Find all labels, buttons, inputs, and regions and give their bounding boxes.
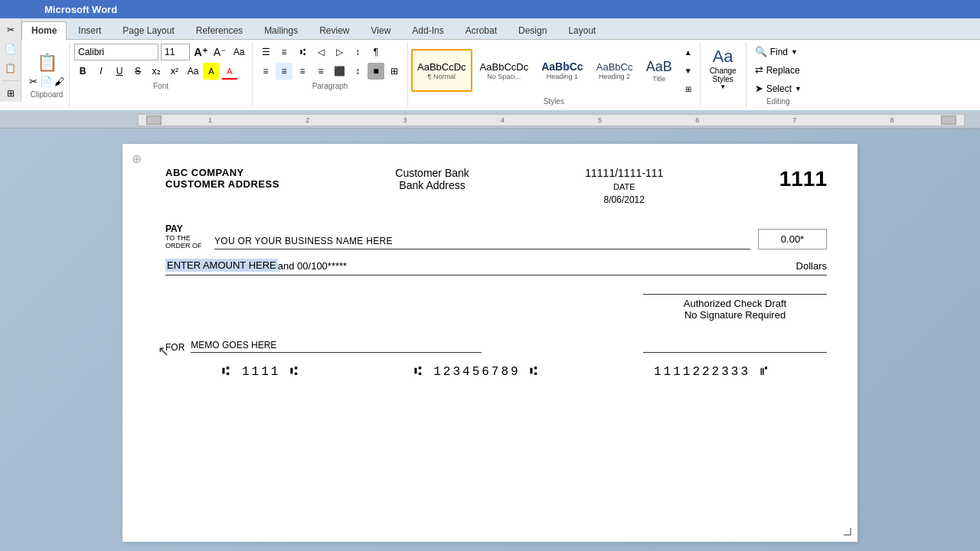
subscript-button[interactable]: x₂ <box>148 63 165 80</box>
copy-icon[interactable]: 📄 <box>40 76 52 87</box>
check-number: 1111 <box>779 167 827 191</box>
decrease-indent-button[interactable]: ◁ <box>312 44 329 60</box>
company-info: ABC COMPANY CUSTOMER ADDRESS <box>165 167 279 190</box>
style-no-spacing[interactable]: AaBbCcDc No Spaci... <box>475 49 534 92</box>
bank-info: Customer Bank Bank Address <box>395 167 469 191</box>
tab-add-ins[interactable]: Add-Ins <box>402 21 453 39</box>
authorized-section: Authorized Check Draft No Signature Requ… <box>165 294 827 321</box>
find-button[interactable]: 🔍 Find ▼ <box>751 44 805 60</box>
bold-button[interactable]: B <box>74 63 91 80</box>
replace-button[interactable]: ⇄ Replace <box>751 62 805 78</box>
style-title-preview: AaB <box>646 59 672 75</box>
select-button[interactable]: ➤ Select ▼ <box>751 80 805 96</box>
decrease-font-icon[interactable]: A⁻ <box>211 44 228 60</box>
move-handle[interactable]: ⊕ <box>132 152 142 166</box>
memo-text[interactable]: MEMO GOES HERE <box>191 340 276 350</box>
font-size-input[interactable]: 11 <box>161 44 190 60</box>
style-normal-label: ¶ Normal <box>428 73 456 80</box>
increase-font-icon[interactable]: A⁺ <box>192 44 209 60</box>
authorized-line2: No Signature Required <box>643 309 827 321</box>
styles-scroll-down[interactable]: ▼ <box>680 62 697 79</box>
paste-icon[interactable]: 📋 <box>35 51 59 74</box>
align-left-button[interactable]: ≡ <box>257 63 274 80</box>
bank-name: Customer Bank <box>395 167 469 179</box>
style-heading1-preview: AaBbCc <box>541 60 583 73</box>
shading-button[interactable]: ■ <box>368 63 384 80</box>
find-icon: 🔍 <box>755 46 767 57</box>
tab-page-layout[interactable]: Page Layout <box>113 21 184 39</box>
bullets-button[interactable]: ☰ <box>257 44 274 60</box>
ribbon-tabs: Home Insert Page Layout References Maili… <box>0 18 980 40</box>
font-case-button[interactable]: Aa <box>185 63 201 80</box>
amount-value: 0.00* <box>781 233 804 245</box>
increase-indent-button[interactable]: ▷ <box>331 44 348 60</box>
align-center-button[interactable]: ≡ <box>276 63 292 80</box>
company-address: CUSTOMER ADDRESS <box>165 178 279 190</box>
change-styles-button[interactable]: Aa ChangeStyles ▼ <box>708 45 738 92</box>
italic-button[interactable]: I <box>93 63 109 80</box>
font-name-input[interactable]: Calibri <box>74 44 158 60</box>
micr-check-number: ⑆ 1111 ⑆ <box>222 365 300 379</box>
check-document: ⊕ ABC COMPANY CUSTOMER ADDRESS Customer … <box>122 144 858 542</box>
cut-icon[interactable]: ✂ <box>29 76 38 87</box>
clear-format-icon[interactable]: Aa <box>230 44 247 60</box>
sidebar-copy[interactable]: 📄 <box>2 41 19 57</box>
font-label: Font <box>74 82 247 90</box>
sidebar-format-painter[interactable]: ✂ <box>2 21 19 38</box>
tab-home[interactable]: Home <box>21 21 67 40</box>
tab-insert[interactable]: Insert <box>68 21 111 39</box>
strikethrough-button[interactable]: S <box>129 63 146 80</box>
style-heading2[interactable]: AaBbCc Heading 2 <box>591 49 639 92</box>
tab-design[interactable]: Design <box>508 21 557 39</box>
for-label: FOR <box>165 342 185 353</box>
numbering-button[interactable]: ≡ <box>276 44 292 60</box>
sidebar-extra[interactable]: ⊞ <box>2 85 19 102</box>
tab-acrobat[interactable]: Acrobat <box>456 21 507 39</box>
amount-words-highlighted[interactable]: ENTER AMOUNT HERE <box>165 259 278 272</box>
dollars-label: Dollars <box>796 260 827 272</box>
document-area: ⊕ ABC COMPANY CUSTOMER ADDRESS Customer … <box>0 129 980 551</box>
amount-words-rest: and 00/100***** <box>278 260 347 272</box>
micr-routing-number: ⑆ 123456789 ⑆ <box>414 365 541 379</box>
underline-button[interactable]: U <box>111 63 128 80</box>
font-color-button[interactable]: A <box>221 63 238 80</box>
highlight-button[interactable]: A <box>203 63 220 80</box>
styles-more[interactable]: ⊞ <box>680 80 697 97</box>
routing-section: 11111/1111-111 DATE 8/06/2012 <box>585 167 663 205</box>
style-title[interactable]: AaB Title <box>641 49 678 92</box>
tab-layout[interactable]: Layout <box>558 21 606 39</box>
styles-scroll-up[interactable]: ▲ <box>680 44 697 60</box>
ruler: 1 2 3 4 5 6 7 8 <box>0 112 980 129</box>
check-number-section: 1111 <box>779 167 827 191</box>
pay-labels: PAY TO THE ORDER OF <box>165 223 207 249</box>
justify-button[interactable]: ≡ <box>312 63 329 80</box>
align-right-button[interactable]: ≡ <box>294 63 311 80</box>
line-spacing-button[interactable]: ↕ <box>349 63 366 80</box>
tab-review[interactable]: Review <box>309 21 359 39</box>
tab-references[interactable]: References <box>186 21 253 39</box>
style-normal[interactable]: AaBbCcDc ¶ Normal <box>411 49 472 92</box>
styles-label: Styles <box>411 97 697 106</box>
company-name: ABC COMPANY <box>165 167 279 178</box>
sidebar-paste[interactable]: 📋 <box>2 60 19 77</box>
check-date-value: 8/06/2012 <box>604 194 645 205</box>
tab-mailings[interactable]: Mailings <box>254 21 308 39</box>
style-normal-preview: AaBbCcDc <box>417 61 466 73</box>
style-heading1[interactable]: AaBbCc Heading 1 <box>536 49 588 92</box>
date-label: DATE <box>613 182 635 191</box>
columns-button[interactable]: ⬛ <box>331 63 348 80</box>
sort-button[interactable]: ↕ <box>349 44 366 60</box>
show-formatting-button[interactable]: ¶ <box>368 44 384 60</box>
superscript-button[interactable]: x² <box>166 63 183 80</box>
to-label: TO THE <box>165 234 207 242</box>
format-painter-icon[interactable]: 🖌 <box>54 76 64 87</box>
resize-handle[interactable] <box>844 528 851 536</box>
multilevel-list-button[interactable]: ⑆ <box>294 44 311 60</box>
tab-view[interactable]: View <box>361 21 401 39</box>
borders-button[interactable]: ⊞ <box>386 63 403 80</box>
style-heading2-preview: AaBbCc <box>596 61 633 73</box>
amount-box[interactable]: 0.00* <box>758 229 827 249</box>
style-heading2-label: Heading 2 <box>599 73 630 80</box>
payee-name: YOU OR YOUR BUSINESS NAME HERE <box>214 236 393 246</box>
style-title-label: Title <box>652 75 665 83</box>
